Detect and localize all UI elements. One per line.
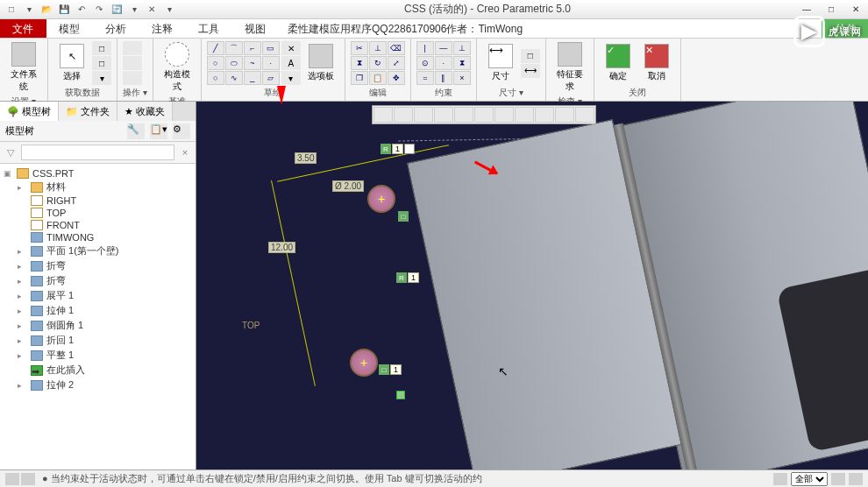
spline-icon[interactable]: ~ (244, 56, 261, 70)
qat-windows-icon[interactable]: ▾ (126, 2, 142, 18)
scl-icon[interactable]: ⤢ (388, 56, 405, 70)
tree-item[interactable]: ▸拉伸 2 (0, 378, 196, 392)
tree-item[interactable]: ▸材料 (0, 180, 196, 194)
tree-root[interactable]: ▣CSS.PRT (0, 167, 196, 180)
filesystem-button[interactable]: 文件系统 (5, 40, 42, 95)
tree-tool2-icon[interactable]: 📋▾ (150, 124, 167, 139)
cpy-icon[interactable]: ❐ (351, 71, 368, 85)
ext-icon[interactable]: ⊥ (369, 41, 387, 55)
constraint-tag[interactable]: □ (398, 211, 409, 222)
vp-zoom-icon[interactable] (394, 107, 413, 123)
arc-icon[interactable]: ⌒ (225, 41, 243, 55)
con-sym-icon[interactable]: ⧗ (453, 56, 471, 70)
vp-persp-icon[interactable] (515, 107, 534, 123)
sb-geom-icon[interactable] (831, 473, 845, 485)
vp-hid-icon[interactable] (494, 107, 514, 123)
trim-icon[interactable]: ✂ (351, 41, 368, 55)
con-coi-icon[interactable]: × (453, 71, 471, 85)
sketch-circle[interactable] (367, 185, 395, 213)
sb-icon[interactable] (21, 473, 35, 485)
cancel-button[interactable]: ✕取消 (638, 42, 675, 84)
tree-item[interactable]: RIGHT (0, 194, 196, 207)
selection-filter[interactable]: 全部 (791, 472, 828, 486)
vp-snap-icon[interactable] (555, 107, 574, 123)
constraint-tag[interactable]: R1▱ (381, 144, 415, 154)
tab-analysis[interactable]: 分析 (93, 19, 139, 38)
fillet-icon[interactable]: ⌐ (244, 41, 261, 55)
tab-view[interactable]: 视图 (232, 19, 279, 38)
tab-tools[interactable]: 工具 (186, 19, 232, 38)
select-opt-icon[interactable]: □ (92, 41, 111, 55)
sidetab-favorites[interactable]: ★收藏夹 (117, 102, 173, 121)
mir-icon[interactable]: ⧗ (351, 56, 368, 70)
tree-tool3-icon[interactable]: ⚙ (173, 124, 190, 139)
sidetab-modeltree[interactable]: 🌳模型树 (0, 102, 59, 121)
pst-icon[interactable]: 📋 (369, 71, 387, 85)
offset-icon[interactable]: ⎯ (244, 71, 261, 85)
con-eq-icon[interactable]: = (416, 71, 434, 85)
constraint-tag[interactable]: □1 (379, 364, 402, 375)
vp-refit-icon[interactable] (374, 107, 393, 123)
tree-item[interactable]: ▸展平 1 (0, 288, 196, 303)
rect-icon[interactable]: ▭ (262, 41, 280, 55)
tree-item[interactable]: ▸平面 1(第一个壁) (0, 244, 196, 258)
palette-button[interactable]: 选项板 (302, 42, 339, 84)
qat-regen-icon[interactable]: 🔄 (109, 2, 125, 18)
con-par-icon[interactable]: ∥ (435, 71, 452, 85)
con-mid-icon[interactable]: · (435, 56, 452, 70)
select-button[interactable]: ↖选择 (53, 42, 90, 84)
circle-icon[interactable]: ○ (207, 56, 224, 70)
qat-redo-icon[interactable]: ↷ (91, 2, 107, 18)
viewport[interactable]: 3.50 Ø 2.00 12.00 TOP R1▱ □ R1 □1 ↖ (196, 102, 868, 469)
op2-icon[interactable] (123, 56, 142, 70)
tree-item[interactable]: ▸倒圆角 1 (0, 318, 196, 333)
qat-close2-icon[interactable]: ✕ (144, 2, 160, 18)
line-icon[interactable]: ╱ (207, 41, 224, 55)
proj-icon[interactable]: ▱ (262, 71, 280, 85)
tree-item[interactable]: FRONT (0, 219, 196, 231)
sidetab-folders[interactable]: 📁文件夹 (59, 102, 117, 121)
sk3-icon[interactable]: ▾ (281, 71, 301, 85)
con-perp-icon[interactable]: ⊥ (453, 41, 471, 55)
dimension-button[interactable]: ⟷尺寸 (482, 42, 519, 84)
con-v-icon[interactable]: | (416, 41, 434, 55)
mv-icon[interactable]: ✥ (388, 71, 405, 85)
tree-item[interactable]: ▸折弯 (0, 273, 196, 288)
vp-grid-icon[interactable] (535, 107, 554, 123)
sb-disp-icon[interactable] (849, 473, 863, 485)
vp-rotate-icon[interactable] (434, 107, 453, 123)
op1-icon[interactable] (123, 41, 142, 55)
op3-icon[interactable] (123, 71, 142, 85)
sb-icon[interactable] (5, 473, 19, 485)
sk2-icon[interactable]: A (281, 56, 301, 70)
dim-diameter[interactable]: Ø 2.00 (332, 180, 364, 192)
qat-close-icon[interactable]: □ (4, 2, 19, 18)
tab-flex[interactable]: 柔性建模应用程序QQ2286170906作者：TimWong (279, 19, 822, 38)
sk1-icon[interactable]: ✕ (281, 41, 301, 55)
vp-pan-icon[interactable] (414, 107, 433, 123)
tree-tool1-icon[interactable]: 🔧 (127, 124, 145, 139)
ellipse-icon[interactable]: ⬭ (225, 56, 243, 70)
rot-icon[interactable]: ↻ (369, 56, 387, 70)
vp-shade-icon[interactable] (454, 107, 473, 123)
filter-clear-icon[interactable]: × (176, 145, 194, 160)
tree-item[interactable]: ▸折回 1 (0, 333, 196, 348)
filter-icon[interactable]: ▽ (2, 145, 19, 160)
qat-undo-icon[interactable]: ↶ (74, 2, 89, 18)
tab-file[interactable]: 文件 (0, 19, 46, 38)
point-icon[interactable]: · (262, 56, 280, 70)
sketch-circle[interactable] (350, 349, 378, 377)
tree-item[interactable]: ▸拉伸 1 (0, 303, 196, 318)
sketch-point[interactable] (396, 391, 405, 399)
tab-annotate[interactable]: 注释 (139, 19, 186, 38)
qat-open-icon[interactable]: 📂 (39, 2, 54, 18)
sb-filter-icon[interactable] (773, 473, 787, 485)
tab-model[interactable]: 模型 (46, 19, 93, 38)
text-icon[interactable]: ○ (207, 71, 224, 85)
filter-input[interactable] (21, 145, 174, 160)
select-opt3-icon[interactable]: ▾ (92, 71, 111, 85)
del-icon[interactable]: ⌫ (388, 41, 405, 55)
tree-item[interactable]: TIMWONG (0, 231, 196, 244)
construct-button[interactable]: 构造模式 (159, 40, 196, 95)
con-h-icon[interactable]: — (435, 41, 452, 55)
